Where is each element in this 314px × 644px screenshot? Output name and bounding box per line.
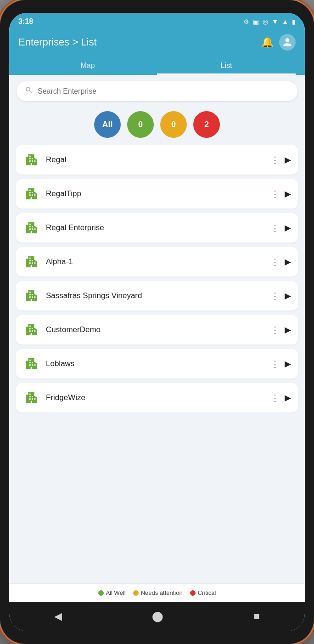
play-icon[interactable]: ▶: [285, 223, 291, 233]
wifi-icon: ▼: [272, 18, 278, 25]
enterprise-name: Alpha-1: [46, 257, 270, 266]
legend-critical-label: Critical: [198, 589, 216, 596]
phone-frame: 3:18 ⚙ ▣ ◎ ▼ ▲ ▮ Enterprises > List 🔔: [0, 0, 314, 644]
legend-dot-attention: [133, 590, 139, 596]
search-icon: [25, 86, 33, 96]
legend-dot-well: [98, 590, 104, 596]
list-item[interactable]: Regal Enterprise ⋮ ▶: [16, 213, 298, 243]
main-content: All 0 0 2 Regal ⋮ ▶: [9, 75, 305, 583]
enterprise-name: CustomerDemo: [46, 325, 270, 334]
enterprise-name: Sassafras Springs Vineyard: [46, 291, 270, 300]
legend-attention: Needs attention: [133, 589, 183, 596]
search-container: [17, 81, 297, 101]
more-options-icon[interactable]: ⋮: [270, 358, 280, 369]
search-input[interactable]: [38, 87, 289, 96]
network-icon: ▲: [282, 18, 288, 25]
tab-list[interactable]: List: [157, 57, 296, 75]
enterprise-name: FridgeWize: [46, 393, 270, 402]
nav-recent-button[interactable]: ■: [254, 610, 260, 622]
enterprise-icon: [23, 390, 39, 406]
status-bar: 3:18 ⚙ ▣ ◎ ▼ ▲ ▮: [9, 13, 305, 29]
list-item[interactable]: CustomerDemo ⋮ ▶: [16, 315, 298, 345]
sim-icon: ▣: [253, 18, 259, 25]
list-item[interactable]: Loblaws ⋮ ▶: [16, 349, 298, 378]
more-options-icon[interactable]: ⋮: [270, 222, 280, 233]
signal-icon: ◎: [263, 18, 268, 25]
list-item[interactable]: RegalTipp ⋮ ▶: [16, 179, 298, 209]
more-options-icon[interactable]: ⋮: [270, 324, 280, 335]
enterprise-icon: [23, 356, 39, 372]
filter-attention[interactable]: 0: [160, 111, 187, 138]
enterprise-icon: [23, 254, 39, 270]
list-item[interactable]: Alpha-1 ⋮ ▶: [16, 247, 298, 277]
more-options-icon[interactable]: ⋮: [270, 256, 280, 267]
phone-screen: 3:18 ⚙ ▣ ◎ ▼ ▲ ▮ Enterprises > List 🔔: [9, 13, 305, 631]
more-options-icon[interactable]: ⋮: [270, 154, 280, 165]
legend-dot-critical: [190, 590, 196, 596]
legend: All Well Needs attention Critical: [9, 583, 305, 602]
filter-all[interactable]: All: [94, 111, 121, 138]
header-actions: 🔔: [261, 34, 296, 51]
legend-well-label: All Well: [106, 589, 126, 596]
play-icon[interactable]: ▶: [285, 257, 291, 267]
enterprise-icon: [23, 220, 39, 236]
play-icon[interactable]: ▶: [285, 359, 291, 369]
settings-icon: ⚙: [243, 18, 249, 25]
filter-well[interactable]: 0: [127, 111, 154, 138]
more-options-icon[interactable]: ⋮: [270, 290, 280, 301]
filter-row: All 0 0 2: [9, 107, 305, 145]
enterprise-icon: [23, 288, 39, 304]
nav-home-button[interactable]: ⬤: [152, 610, 163, 622]
enterprise-name: Regal Enterprise: [46, 223, 270, 232]
more-options-icon[interactable]: ⋮: [270, 188, 280, 199]
enterprise-name: RegalTipp: [46, 189, 270, 198]
notification-icon[interactable]: 🔔: [261, 36, 274, 48]
enterprise-icon: [23, 186, 39, 202]
play-icon[interactable]: ▶: [285, 325, 291, 335]
play-icon[interactable]: ▶: [285, 155, 291, 165]
filter-critical[interactable]: 2: [193, 111, 220, 138]
nav-bar: ◀ ⬤ ■: [9, 602, 305, 631]
enterprise-icon: [23, 152, 39, 168]
status-icons: ⚙ ▣ ◎ ▼ ▲ ▮: [243, 18, 296, 25]
tabs: Map List: [18, 57, 296, 75]
legend-critical: Critical: [190, 589, 216, 596]
legend-well: All Well: [98, 589, 126, 596]
list-item[interactable]: FridgeWize ⋮ ▶: [16, 383, 298, 412]
play-icon[interactable]: ▶: [285, 291, 291, 301]
profile-avatar[interactable]: [279, 34, 296, 51]
nav-back-button[interactable]: ◀: [54, 610, 62, 622]
list-item[interactable]: Regal ⋮ ▶: [16, 145, 298, 175]
battery-icon: ▮: [292, 18, 296, 25]
enterprise-name: Regal: [46, 155, 270, 164]
tab-map[interactable]: Map: [18, 57, 157, 75]
enterprise-name: Loblaws: [46, 359, 270, 368]
enterprise-icon: [23, 322, 39, 338]
header: Enterprises > List 🔔 Map List: [9, 29, 305, 75]
legend-attention-label: Needs attention: [141, 589, 183, 596]
enterprise-list: Regal ⋮ ▶ RegalTipp ⋮ ▶: [9, 145, 305, 412]
list-item[interactable]: Sassafras Springs Vineyard ⋮ ▶: [16, 281, 298, 311]
status-time: 3:18: [18, 17, 33, 26]
more-options-icon[interactable]: ⋮: [270, 392, 280, 403]
play-icon[interactable]: ▶: [285, 189, 291, 199]
play-icon[interactable]: ▶: [285, 393, 291, 403]
page-title: Enterprises > List: [18, 36, 97, 48]
